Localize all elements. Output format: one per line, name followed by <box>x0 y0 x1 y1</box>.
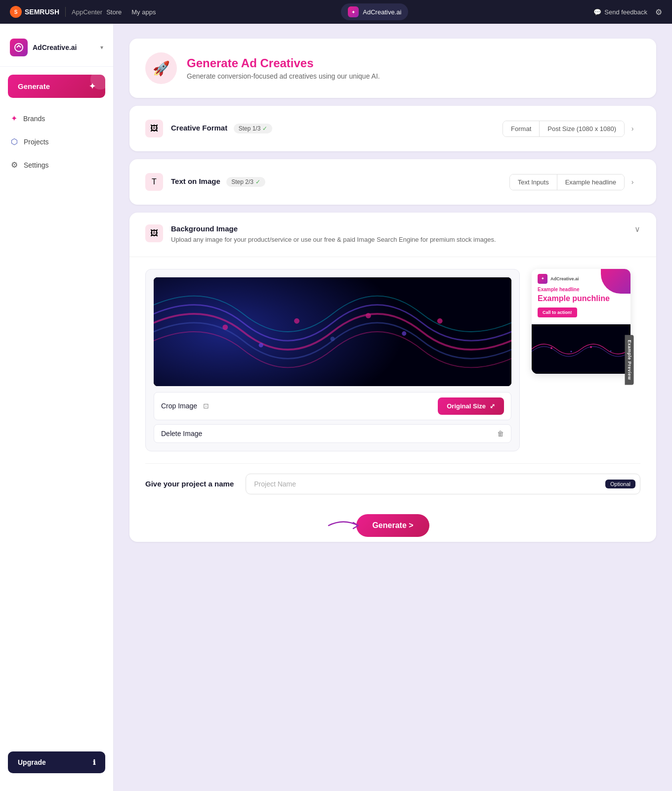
generate-sidebar-button[interactable]: Generate ✦ <box>8 75 105 98</box>
svg-point-6 <box>366 312 371 318</box>
gen-rocket-icon: 🚀 <box>153 60 170 77</box>
sidebar: AdCreative.ai ▾ Generate ✦ ✦ Brands ⬡ Pr… <box>0 24 114 791</box>
bg-header: 🖼 Background Image Upload any image for … <box>129 213 656 257</box>
final-generate-label: Generate > <box>372 521 413 530</box>
bg-icon-wrap: 🖼 <box>145 224 163 242</box>
bg-card: 🖼 Background Image Upload any image for … <box>129 213 656 542</box>
settings-sidebar-icon: ⚙ <box>11 160 18 170</box>
step1-pill-size: Post Size (1080 x 1080) <box>540 121 624 136</box>
gen-text: Generate Ad Creatives Generate conversio… <box>187 56 380 80</box>
text-icon: T <box>152 177 157 186</box>
preview-tab: Example Preview <box>625 335 633 385</box>
sidebar-brand-name: AdCreative.ai <box>33 44 77 51</box>
bg-grid: Crop Image ⊡ Original Size ⤢ Delete Imag… <box>145 269 640 451</box>
step2-pill-headline: Example headline <box>557 175 624 190</box>
nav-divider <box>65 7 66 17</box>
example-preview-wrap: ✦ AdCreative.ai Example headline Example… <box>532 269 640 451</box>
bg-subtitle: Upload any image for your product/servic… <box>171 235 627 245</box>
step2-pills: Text Inputs Example headline <box>509 174 625 190</box>
preview-cta: Call to action! <box>538 308 577 317</box>
bg-collapse-toggle[interactable]: ∨ <box>634 224 640 234</box>
step1-title: Creative Format <box>171 124 227 132</box>
upgrade-label: Upgrade <box>18 758 46 766</box>
step2-row: T Text on Image Step 2/3 ✓ Text Inputs E… <box>145 173 640 191</box>
optional-badge: Optional <box>605 480 635 488</box>
step2-right[interactable]: Text Inputs Example headline › <box>509 174 640 190</box>
svg-point-2 <box>222 324 228 330</box>
original-size-button[interactable]: Original Size ⤢ <box>438 397 504 415</box>
store-link[interactable]: Store <box>106 8 122 16</box>
wave-background <box>154 277 511 386</box>
step2-card: T Text on Image Step 2/3 ✓ Text Inputs E… <box>129 159 656 205</box>
nav-center: ✦ AdCreative.ai <box>156 3 593 20</box>
step1-icon-wrap: 🖼 <box>145 120 163 137</box>
semrush-icon: S <box>10 6 22 18</box>
project-name-input[interactable] <box>246 474 640 494</box>
preview-corner-deco <box>601 269 630 294</box>
header-card: 🚀 Generate Ad Creatives Generate convers… <box>129 39 656 98</box>
arrow-decoration <box>324 516 373 535</box>
step1-text: Creative Format Step 1/3 ✓ <box>171 124 272 133</box>
feedback-icon: 💬 <box>593 8 601 16</box>
step2-check: ✓ <box>255 178 260 185</box>
step2-title: Text on Image <box>171 177 220 185</box>
crop-label: Crop Image <box>161 402 197 410</box>
bg-title: Background Image <box>171 224 627 233</box>
crop-icon: ⊡ <box>203 402 209 410</box>
format-icon: 🖼 <box>150 124 158 133</box>
step1-right[interactable]: Format Post Size (1080 x 1080) › <box>503 121 640 137</box>
sidebar-item-brands[interactable]: ✦ Brands <box>4 108 109 129</box>
preview-header: ✦ AdCreative.ai Example headline Example… <box>532 269 630 324</box>
svg-point-5 <box>330 336 335 341</box>
svg-point-13 <box>610 350 612 352</box>
preview-brand-name: AdCreative.ai <box>550 276 579 281</box>
app-pill-icon: ✦ <box>348 6 359 17</box>
svg-point-4 <box>294 318 299 323</box>
wave-svg <box>154 277 511 386</box>
upgrade-button[interactable]: Upgrade ℹ <box>8 751 105 773</box>
example-preview-card: ✦ AdCreative.ai Example headline Example… <box>532 269 630 374</box>
svg-point-10 <box>550 347 552 349</box>
image-actions: Crop Image ⊡ Original Size ⤢ Delete Imag… <box>154 392 511 443</box>
step2-pill-text: Text Inputs <box>510 175 557 190</box>
step2-arrow[interactable]: › <box>625 174 640 190</box>
crop-row[interactable]: Crop Image ⊡ Original Size ⤢ <box>154 392 511 420</box>
sidebar-projects-label: Projects <box>24 138 49 146</box>
myapps-link[interactable]: My apps <box>131 8 156 16</box>
semrush-brand-text: SEMRUSH <box>25 8 59 16</box>
app-name: AdCreative.ai <box>363 8 401 16</box>
feedback-label: Send feedback <box>604 8 647 16</box>
brand-logo-icon <box>10 39 28 56</box>
sidebar-brand[interactable]: AdCreative.ai ▾ <box>0 34 113 67</box>
feedback-button[interactable]: 💬 Send feedback <box>593 8 647 16</box>
svg-point-7 <box>402 331 406 336</box>
app-pill[interactable]: ✦ AdCreative.ai <box>341 3 408 20</box>
brand-chevron-icon: ▾ <box>100 44 103 51</box>
svg-point-8 <box>437 318 443 323</box>
semrush-logo[interactable]: S SEMRUSH <box>10 6 59 18</box>
sidebar-settings-label: Settings <box>24 161 49 169</box>
bg-content: Background Image Upload any image for yo… <box>171 224 627 245</box>
delete-row[interactable]: Delete Image 🗑 <box>154 424 511 443</box>
main-content: 🚀 Generate Ad Creatives Generate convers… <box>114 24 672 791</box>
nav-right: 💬 Send feedback ⚙ <box>593 7 662 17</box>
project-input-wrap: Optional <box>246 474 640 494</box>
sidebar-item-projects[interactable]: ⬡ Projects <box>4 131 109 152</box>
gen-header: 🚀 Generate Ad Creatives Generate convers… <box>145 52 640 84</box>
sidebar-bottom: Upgrade ℹ <box>0 744 113 781</box>
settings-icon[interactable]: ⚙ <box>655 7 662 17</box>
gen-title: Generate Ad Creatives <box>187 56 380 70</box>
step1-pills: Format Post Size (1080 x 1080) <box>503 121 625 137</box>
step2-text: Text on Image Step 2/3 ✓ <box>171 177 265 187</box>
app-layout: AdCreative.ai ▾ Generate ✦ ✦ Brands ⬡ Pr… <box>0 24 672 791</box>
delete-icon: 🗑 <box>497 430 504 438</box>
preview-punchline: Example punchline <box>538 294 625 303</box>
step1-arrow[interactable]: › <box>625 121 640 136</box>
preview-corner-shape <box>601 269 630 294</box>
gen-subtitle: Generate conversion-focused ad creatives… <box>187 72 380 80</box>
delete-label: Delete Image <box>161 430 202 438</box>
sidebar-item-settings[interactable]: ⚙ Settings <box>4 154 109 176</box>
step2-badge: Step 2/3 ✓ <box>226 177 265 187</box>
project-section: Give your project a name Optional <box>129 464 656 504</box>
step1-check: ✓ <box>262 125 267 132</box>
